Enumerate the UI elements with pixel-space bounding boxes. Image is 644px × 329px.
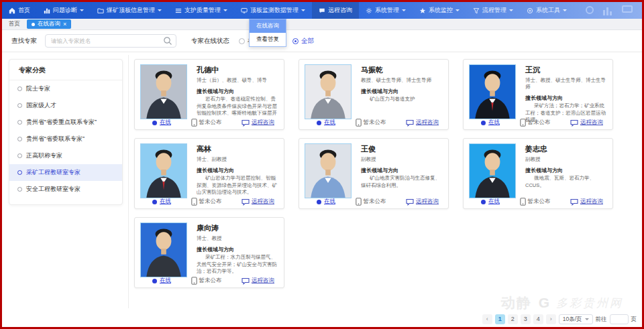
field-label: 擅长领域与方向 bbox=[361, 88, 443, 95]
goto-page-input[interactable] bbox=[610, 314, 629, 324]
phone-status: 暂未公布 bbox=[520, 198, 551, 206]
online-status: 在线 bbox=[317, 198, 335, 206]
tab-online-consult[interactable]: 在线咨询 × bbox=[27, 19, 71, 29]
remote-consult-link[interactable]: 远程咨询 bbox=[570, 198, 603, 206]
field-description: 矿山地质灾害防治与生态修复、煤矸石综合利用。 bbox=[361, 175, 443, 196]
tab-close-icon[interactable]: × bbox=[63, 21, 66, 27]
remote-consult-link[interactable]: 远程咨询 bbox=[406, 119, 439, 127]
tab-home[interactable]: 首页 bbox=[2, 20, 27, 28]
chat-bubble-icon bbox=[241, 277, 250, 285]
search-input[interactable] bbox=[45, 34, 176, 48]
nav-item-home[interactable]: 首页 bbox=[2, 2, 37, 19]
page-button-3[interactable]: 3 bbox=[521, 314, 531, 324]
chat-icon bbox=[319, 7, 325, 14]
prev-page-button[interactable]: ‹ bbox=[482, 314, 492, 324]
top-navbar: 首页 问题诊断 煤矿顶板信息管理 支护质量管理 顶板监测数据管理 bbox=[2, 2, 642, 19]
page-button-1[interactable]: 1 bbox=[495, 314, 505, 324]
nav-item-monitoring-data[interactable]: 顶板监测数据管理 bbox=[234, 2, 312, 19]
field-label: 擅长领域与方向 bbox=[197, 88, 278, 95]
expert-title: 博士、教授 bbox=[197, 235, 278, 242]
page-button-4[interactable]: 4 bbox=[533, 314, 543, 324]
phone-icon bbox=[356, 119, 362, 127]
chevron-down-icon bbox=[585, 318, 589, 322]
sidebar-item-mining-dept-expert[interactable]: 采矿工程教研室专家 bbox=[9, 164, 122, 181]
online-dot-icon bbox=[152, 279, 157, 283]
sidebar-item-senior-title-expert[interactable]: 正高职称专家 bbox=[9, 147, 122, 164]
menu-item-online-consult[interactable]: 在线咨询 bbox=[250, 19, 286, 33]
remote-consult-link[interactable]: 远程咨询 bbox=[241, 119, 274, 127]
menu-item-view-replies[interactable]: 查看答复 bbox=[250, 33, 286, 46]
remote-consult-link[interactable]: 远程咨询 bbox=[241, 198, 274, 206]
sidebar-item-national-talent[interactable]: 国家级人才 bbox=[9, 97, 122, 114]
sidebar-item-key-provincial-expert[interactable]: 贵州省“省委重点联系专家” bbox=[9, 114, 122, 131]
expert-card: 姜志忠 副教授 擅长领域与方向 微地震、瓦斯、岩石力学、CCUS。 在线 暂未公… bbox=[463, 138, 613, 209]
nav-label: 首页 bbox=[18, 6, 30, 15]
sidebar-item-label: 院士专家 bbox=[26, 84, 50, 93]
nav-label: 支护质量管理 bbox=[184, 6, 221, 15]
sidebar-item-label: 安全工程教研室专家 bbox=[26, 185, 80, 194]
nav-item-system-admin[interactable]: 系统管理 bbox=[359, 2, 413, 19]
watermark-text: 动静 bbox=[501, 293, 532, 312]
nav-item-process-admin[interactable]: 流程管理 bbox=[466, 2, 520, 19]
remote-consult-link[interactable]: 远程咨询 bbox=[241, 277, 274, 285]
expert-title: 副教授 bbox=[361, 156, 443, 163]
nav-label: 问题诊断 bbox=[53, 6, 77, 15]
chart-icon bbox=[44, 7, 50, 14]
next-page-button[interactable]: › bbox=[546, 314, 556, 324]
online-status-label: 专家在线状态 bbox=[191, 37, 229, 46]
remote-consult-link[interactable]: 远程咨询 bbox=[406, 198, 439, 206]
remote-consult-link[interactable]: 远程咨询 bbox=[570, 119, 603, 127]
sidebar-item-safety-dept-expert[interactable]: 安全工程教研室专家 bbox=[9, 181, 122, 198]
star-icon bbox=[419, 7, 426, 14]
nav-item-support-quality[interactable]: 支护质量管理 bbox=[168, 2, 234, 19]
monitor-icon bbox=[241, 7, 248, 14]
page-size-select[interactable]: 10条/页 bbox=[559, 314, 593, 324]
expert-card: 康向涛 博士、教授 擅长领域与方向 采矿工程：水力压裂与煤层气、天然气安全开采；… bbox=[134, 217, 284, 288]
nav-item-remote-consult[interactable]: 远程咨询 bbox=[312, 2, 359, 19]
ring-icon bbox=[17, 120, 22, 125]
radio-label: 全部 bbox=[301, 37, 314, 46]
field-description: 矿山岩体力学与岩层控制、智能探测、资源绿色开采理论与技术、矿山灾害防治理论与技术… bbox=[197, 175, 278, 196]
sidebar-item-provincial-expert[interactable]: 贵州省“省委联系专家” bbox=[9, 131, 122, 147]
chevron-down-icon bbox=[563, 9, 567, 13]
nav-item-roof-info[interactable]: 煤矿顶板信息管理 bbox=[91, 2, 168, 19]
online-dot-icon bbox=[481, 121, 486, 125]
chevron-down-icon bbox=[80, 9, 84, 13]
expert-title: 教授、硕士生导师、博士生导师 bbox=[361, 77, 443, 84]
expert-title: 副教授 bbox=[525, 156, 607, 163]
expert-photo bbox=[305, 64, 352, 119]
card-footer: 在线 暂未公布 远程咨询 bbox=[135, 119, 284, 127]
sidebar-item-academician[interactable]: 院士专家 bbox=[9, 80, 122, 97]
expert-photo bbox=[140, 64, 187, 119]
nav-item-system-tools[interactable]: 系统工具 bbox=[520, 2, 574, 19]
expert-category-panel: 专家分类 院士专家 国家级人才 贵州省“省委重点联系专家” 贵州省“省委联系专家… bbox=[9, 59, 123, 205]
expert-title: 博士（后）、教授、硕导、博导 bbox=[197, 77, 278, 84]
field-label: 擅长领域与方向 bbox=[197, 246, 278, 253]
online-dot-icon bbox=[152, 121, 157, 125]
phone-status: 暂未公布 bbox=[356, 119, 386, 127]
tab-bar: 首页 在线咨询 × bbox=[2, 19, 642, 30]
expert-name: 姜志忠 bbox=[525, 144, 607, 154]
nav-item-system-monitor[interactable]: 系统监控 bbox=[413, 2, 466, 19]
nav-item-diagnosis[interactable]: 问题诊断 bbox=[37, 2, 91, 19]
content-divider bbox=[128, 55, 129, 308]
expert-title: 博士、教授、硕士生导师、博士生导师 bbox=[525, 77, 607, 90]
card-footer: 在线 暂未公布 远程咨询 bbox=[135, 277, 284, 285]
search-icon[interactable] bbox=[163, 36, 172, 46]
sidebar-item-label: 贵州省“省委联系专家” bbox=[26, 135, 85, 143]
ring-icon bbox=[17, 170, 22, 175]
phone-status: 暂未公布 bbox=[191, 198, 222, 206]
field-label: 擅长领域与方向 bbox=[197, 167, 278, 174]
page-button-2[interactable]: 2 bbox=[508, 314, 518, 324]
nav-label: 远程咨询 bbox=[328, 6, 352, 15]
radio-all[interactable]: 全部 bbox=[292, 37, 314, 46]
nav-right: 系统管理 系统监控 流程管理 系统工具 bbox=[359, 2, 574, 19]
pagination: ‹ 1 2 3 4 › 10条/页 前往 页 bbox=[482, 314, 637, 324]
expert-photo bbox=[469, 64, 516, 119]
ring-icon bbox=[17, 137, 22, 141]
sidebar-item-label: 采矿工程教研室专家 bbox=[26, 168, 80, 177]
expert-photo bbox=[469, 143, 516, 198]
radio-icon bbox=[239, 38, 245, 44]
phone-icon bbox=[191, 277, 197, 285]
expert-card: 王俊 副教授 擅长领域与方向 矿山地质灾害防治与生态修复、煤矸石综合利用。 在线… bbox=[299, 138, 449, 209]
